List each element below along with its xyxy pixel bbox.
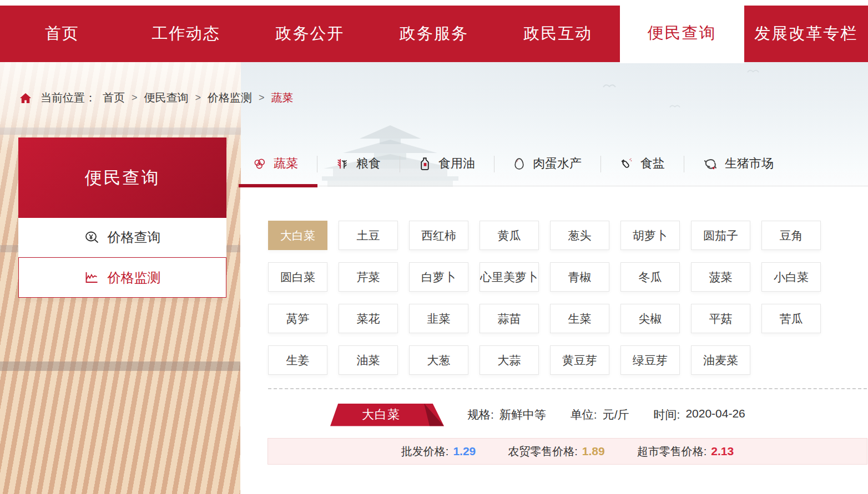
salt-icon (619, 157, 633, 171)
price-bar: 批发价格:1.29农贸零售价格:1.89超市零售价格:2.13 (268, 438, 867, 465)
bird-icon (746, 68, 760, 74)
vegetable-button[interactable]: 土豆 (339, 221, 398, 250)
spec-value: 新鲜中等 (499, 407, 546, 422)
tab-1[interactable]: 蔬菜 (239, 141, 317, 186)
tab-label: 肉蛋水产 (533, 155, 582, 172)
tab-6[interactable]: 生猪市场 (684, 141, 793, 186)
vegetable-button[interactable]: 圆白菜 (268, 262, 327, 292)
breadcrumb-link-3[interactable]: 价格监测 (208, 90, 252, 105)
breadcrumb-separator: > (132, 92, 138, 104)
nav-item-7[interactable]: 发展改革专栏 (744, 6, 868, 62)
wheat-icon (336, 157, 349, 171)
top-nav: 首页工作动态政务公开政务服务政民互动便民查询发展改革专栏 (0, 6, 868, 62)
price-chart-icon (84, 271, 99, 284)
sidebar-item-price-query[interactable]: 价格查询 (18, 218, 226, 257)
unit-value: 元/斤 (603, 407, 629, 422)
price-item-3: 超市零售价格:2.13 (637, 444, 734, 459)
bird-icon (669, 103, 681, 109)
vegetable-button[interactable]: 绿豆芽 (620, 345, 680, 375)
breadcrumb-link-2[interactable]: 便民查询 (144, 90, 189, 105)
vegetable-button[interactable]: 芹菜 (339, 262, 398, 292)
sidebar-title: 便民查询 (18, 137, 226, 218)
time-value: 2020-04-26 (685, 407, 745, 422)
vegetable-button[interactable]: 大白菜 (268, 221, 327, 250)
unit-label: 单位: (571, 407, 597, 422)
vegetable-button[interactable]: 青椒 (550, 262, 609, 292)
vegetable-button[interactable]: 蒜苗 (480, 304, 539, 333)
breadcrumb-link-1[interactable]: 首页 (103, 90, 125, 105)
detail-fields: 规格: 新鲜中等 单位: 元/斤 时间: 2020-04-26 (467, 407, 745, 422)
vegetable-button[interactable]: 冬瓜 (620, 262, 680, 292)
price-label: 农贸零售价格: (508, 444, 578, 459)
dashed-divider (268, 388, 867, 389)
sidebar-item-price-monitor[interactable]: 价格监测 (18, 257, 226, 298)
vegetable-button[interactable]: 豆角 (761, 221, 821, 250)
price-value: 1.29 (453, 445, 476, 458)
unit-field: 单位: 元/斤 (571, 407, 629, 422)
spec-label: 规格: (467, 407, 494, 422)
breadcrumb-separator: > (259, 92, 265, 104)
vegetable-button[interactable]: 韭菜 (409, 304, 468, 333)
vegetable-button[interactable]: 生姜 (268, 345, 327, 375)
vegetable-button[interactable]: 尖椒 (620, 304, 680, 333)
price-item-2: 农贸零售价格:1.89 (508, 444, 604, 459)
vegetable-button[interactable]: 菜花 (339, 304, 398, 333)
vegetable-button[interactable]: 大葱 (409, 345, 468, 375)
breadcrumb: 当前位置： 首页>便民查询>价格监测>蔬菜 (19, 90, 294, 105)
breadcrumb-prefix: 当前位置： (41, 90, 96, 105)
tab-5[interactable]: 食盐 (600, 141, 684, 186)
tab-2[interactable]: 粮食 (317, 141, 400, 186)
price-value: 2.13 (711, 445, 734, 458)
nav-item-2[interactable]: 工作动态 (124, 6, 248, 62)
price-label: 批发价格: (401, 444, 449, 459)
sidebar-item-label: 价格查询 (108, 228, 161, 246)
spec-field: 规格: 新鲜中等 (467, 407, 546, 422)
vegetable-icon (253, 157, 266, 171)
vegetable-button[interactable]: 苦瓜 (761, 304, 821, 333)
vegetable-button[interactable]: 白萝卜 (409, 262, 468, 292)
vegetable-button[interactable]: 胡萝卜 (620, 221, 680, 250)
vegetable-button[interactable]: 西红柿 (409, 221, 468, 250)
nav-item-5[interactable]: 政民互动 (496, 6, 620, 62)
vegetable-button[interactable]: 油麦菜 (691, 345, 750, 375)
tab-label: 蔬菜 (274, 155, 298, 172)
tab-4[interactable]: 肉蛋水产 (494, 141, 600, 186)
breadcrumb-link-4[interactable]: 蔬菜 (271, 90, 294, 105)
vegetable-button[interactable]: 圆茄子 (691, 221, 750, 250)
selected-item-name: 大白菜 (330, 404, 432, 426)
tab-3[interactable]: 食用油 (400, 141, 494, 186)
vegetable-button[interactable]: 平菇 (691, 304, 750, 333)
vegetable-button[interactable]: 菠菜 (691, 262, 750, 292)
tab-label: 粮食 (356, 155, 381, 172)
bird-icon (602, 82, 617, 89)
vegetable-button[interactable]: 黄豆芽 (550, 345, 609, 375)
tab-label: 食用油 (438, 155, 475, 172)
oil-bottle-icon (418, 157, 431, 171)
price-item-1: 批发价格:1.29 (401, 444, 476, 459)
vegetable-grid: 大白菜土豆西红柿黄瓜葱头胡萝卜圆茄子豆角圆白菜芹菜白萝卜心里美萝卜青椒冬瓜菠菜小… (268, 221, 823, 375)
sidebar: 便民查询 价格查询 价格监测 (18, 137, 226, 298)
vegetable-button[interactable]: 小白菜 (761, 262, 821, 292)
vegetable-button[interactable]: 莴笋 (268, 304, 327, 333)
price-value: 1.89 (582, 445, 605, 458)
nav-item-6[interactable]: 便民查询 (620, 0, 744, 63)
nav-item-3[interactable]: 政务公开 (248, 6, 372, 62)
breadcrumb-separator: > (195, 92, 201, 104)
nav-item-4[interactable]: 政务服务 (372, 6, 496, 62)
sidebar-item-label: 价格监测 (108, 269, 161, 287)
page: 首页工作动态政务公开政务服务政民互动便民查询发展改革专栏 当前位置： 首页>便民… (0, 0, 868, 494)
detail-row: 大白菜 规格: 新鲜中等 单位: 元/斤 时间: 2020-04-26 (268, 403, 868, 427)
vegetable-button[interactable]: 心里美萝卜 (480, 262, 539, 292)
nav-item-1[interactable]: 首页 (0, 6, 124, 62)
egg-icon (513, 157, 526, 171)
vegetable-button[interactable]: 黄瓜 (480, 221, 539, 250)
selected-item-ribbon: 大白菜 (330, 404, 444, 426)
pig-icon (703, 157, 718, 171)
home-icon (19, 93, 32, 104)
vegetable-button[interactable]: 油菜 (339, 345, 398, 375)
vegetable-button[interactable]: 大蒜 (480, 345, 539, 375)
tab-label: 食盐 (640, 155, 665, 172)
vegetable-button[interactable]: 生菜 (550, 304, 609, 333)
time-field: 时间: 2020-04-26 (654, 407, 745, 422)
vegetable-button[interactable]: 葱头 (550, 221, 609, 250)
